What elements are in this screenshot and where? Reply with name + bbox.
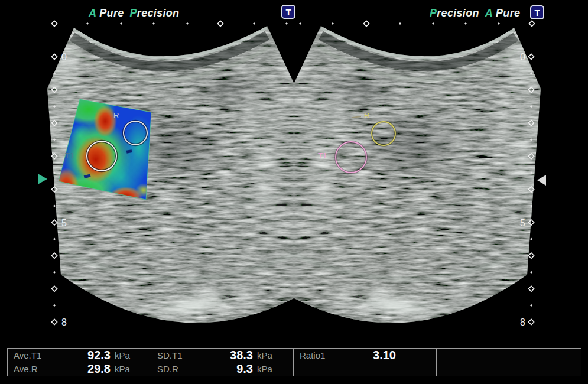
- right-probe-orientation-button[interactable]: T: [530, 5, 544, 19]
- brand-right: PrecisionAPure: [430, 7, 524, 19]
- cell-empty: [437, 349, 581, 362]
- ave-t1-value: 92.3: [87, 349, 111, 362]
- right-roi-t1-label: T1: [318, 151, 327, 160]
- sd-t1-value: 38.3: [230, 349, 253, 362]
- depth-label: 8: [520, 317, 525, 327]
- depth-label: 0: [520, 52, 525, 62]
- ave-r-value: 29.8: [87, 362, 111, 376]
- ratio1-value: 3.10: [373, 349, 396, 362]
- image-area: R T1 R T1 0 5 8 0 5 8: [0, 0, 588, 384]
- brand-accent-letter: P: [130, 7, 137, 19]
- left-probe-orientation-button[interactable]: T: [281, 5, 295, 19]
- brand-accent-letter: A: [485, 7, 493, 19]
- brand-accent-letter: A: [89, 7, 96, 19]
- depth-label: 5: [61, 218, 67, 228]
- results-table: Ave.T1 92.3 kPa SD.T1 38.3 kPa Ratio1 3.…: [7, 348, 581, 376]
- cell-ave-r: Ave.R 29.8 kPa: [8, 362, 151, 376]
- depth-label: 5: [520, 218, 525, 228]
- depth-label: 0: [61, 52, 67, 62]
- sd-r-value: 9.3: [236, 362, 253, 376]
- depth-label: 8: [61, 317, 67, 327]
- cell-sd-t1: SD.T1 38.3 kPa: [151, 349, 294, 362]
- brand-left: APurePrecision: [89, 7, 171, 19]
- cell-ave-t1: Ave.T1 92.3 kPa: [8, 349, 151, 362]
- right-roi-r-label: R: [364, 111, 369, 120]
- brand-accent-letter: P: [430, 7, 437, 19]
- cell-sd-r: SD.R 9.3 kPa: [151, 362, 294, 376]
- cell-empty: [294, 362, 437, 376]
- cell-empty: [437, 362, 581, 376]
- cell-ratio1: Ratio1 3.10: [294, 349, 437, 362]
- left-roi-r-label: R: [113, 111, 119, 120]
- left-roi-t1-label: T1: [65, 151, 74, 160]
- ultrasound-screen: R T1 R T1 0 5 8 0 5 8 APurePreci: [0, 0, 588, 384]
